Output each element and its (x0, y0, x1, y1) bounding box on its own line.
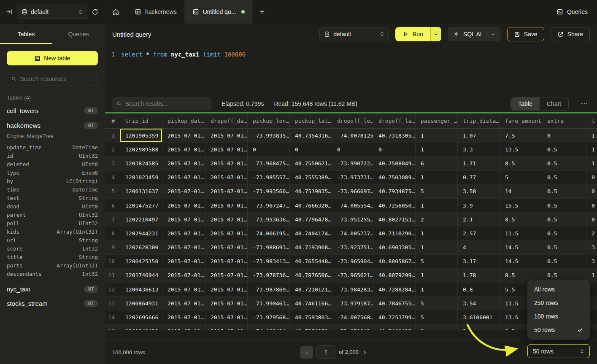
rows-option-250-rows[interactable]: 250 rows (527, 296, 590, 310)
table-cell[interactable]: -73.968475… (248, 156, 290, 170)
sidebar-tab-tables[interactable]: Tables (0, 24, 52, 44)
table-cell[interactable]: 40.7350352… (290, 325, 332, 330)
table-cell[interactable]: 40.7796478… (290, 213, 332, 226)
resource-search-input[interactable] (20, 75, 93, 82)
table-cell[interactable]: 40.7666320… (290, 199, 332, 212)
table-cell[interactable]: 0.77 (458, 171, 500, 184)
table-cell[interactable]: 5 (416, 310, 458, 324)
table-cell[interactable]: 3 (458, 325, 500, 330)
sidebar-table-cell-towers[interactable]: cell_towers MT (7, 107, 98, 114)
table-cell[interactable]: 0.8 (458, 283, 500, 296)
table-cell[interactable]: 14 (500, 185, 542, 198)
table-cell[interactable]: 40.7193908… (290, 241, 332, 254)
table-cell[interactable]: 1 (416, 171, 458, 184)
table-cell[interactable]: 2015-07-01… (205, 297, 248, 310)
table-cell[interactable]: 40.7655448… (290, 255, 332, 268)
results-more-button[interactable]: ⋯ (579, 99, 590, 108)
table-cell[interactable]: 8.5 (500, 213, 542, 226)
table-cell[interactable]: 40.7550621… (290, 156, 332, 170)
table-cell[interactable]: 2015-07-01… (162, 325, 205, 330)
table-cell[interactable]: 40.7408435… (373, 325, 416, 330)
table-cell[interactable]: 0.5 (542, 185, 586, 198)
table-cell[interactable]: 2015-07-01… (162, 129, 205, 142)
table-cell[interactable]: 40.8005867… (373, 255, 416, 268)
table-cell[interactable]: 40.7210121… (290, 283, 332, 296)
table-cell[interactable]: 40.7404174… (290, 226, 332, 240)
table-cell[interactable]: -73.985557… (248, 171, 290, 184)
table-cell[interactable]: 1.71 (458, 156, 500, 170)
column-header-row-number[interactable]: # (105, 113, 120, 128)
table-cell[interactable]: 2015-07-01… (205, 129, 248, 142)
table-cell[interactable]: 2.57 (458, 226, 500, 240)
table-cell[interactable]: 2015-07-01… (205, 283, 248, 296)
table-cell[interactable]: -74.0078125 (332, 129, 373, 142)
rows-option-50-rows[interactable]: 50 rows (527, 323, 590, 337)
table-cell[interactable]: 0.5 (542, 171, 586, 184)
table-cell[interactable]: 2015-07-01… (162, 241, 205, 254)
table-cell[interactable]: -73.953636… (248, 213, 290, 226)
sql-editor[interactable]: 1 select * from nyc_taxi limit 100000 (105, 44, 597, 95)
table-cell[interactable]: -73.987869… (248, 283, 290, 296)
view-toggle-table[interactable]: Table (511, 97, 539, 110)
table-cell[interactable]: 40.7461166… (290, 297, 332, 310)
table-cell[interactable]: 1202944231 (120, 226, 162, 240)
table-cell[interactable]: 0 (290, 143, 332, 156)
table-cell[interactable]: 5 (416, 185, 458, 198)
run-options-button[interactable] (430, 27, 441, 41)
table-cell[interactable]: -73.965904… (332, 255, 373, 268)
run-button[interactable]: Run (395, 27, 430, 41)
query-database-selector[interactable]: default (319, 27, 389, 41)
table-cell[interactable]: 1201023459 (120, 171, 162, 184)
table-cell[interactable]: 1200131637 (120, 185, 162, 198)
table-cell[interactable]: 2015-07-01… (205, 310, 248, 324)
table-cell[interactable]: 7.5 (500, 129, 542, 142)
table-cell[interactable]: 1 (416, 269, 458, 282)
table-cell[interactable]: -74.007568… (332, 310, 373, 324)
table-cell[interactable]: 14.5 (500, 255, 542, 268)
table-cell[interactable]: -73.923751… (332, 241, 373, 254)
new-table-button[interactable]: New table (7, 51, 98, 65)
table-cell[interactable]: 5 (500, 171, 542, 184)
table-cell[interactable]: -74.001434… (248, 325, 290, 330)
table-cell[interactable]: 1200842433 (120, 325, 162, 330)
table-cell[interactable]: 3.3 (458, 143, 500, 156)
table-cell[interactable]: 2015-07-01… (162, 199, 205, 212)
table-cell[interactable]: 0 (586, 171, 597, 184)
share-button[interactable]: Share (551, 27, 590, 41)
table-cell[interactable]: 0.5 (542, 143, 586, 156)
table-cell[interactable]: 15.5 (500, 199, 542, 212)
table-cell[interactable]: 0.5 (542, 241, 586, 254)
table-cell[interactable]: 2015-07-01… (162, 269, 205, 282)
table-cell[interactable]: 2015-07-01… (205, 226, 248, 240)
table-cell[interactable]: 2015-07-01… (205, 199, 248, 212)
column-header-passenger_[interactable]: passenger_… (416, 113, 458, 128)
table-cell[interactable]: 40.7555389… (290, 171, 332, 184)
table-cell[interactable]: 40.7846755… (373, 297, 416, 310)
table-cell[interactable]: 2015-07-01… (205, 255, 248, 268)
table-cell[interactable]: 0.5 (542, 226, 586, 240)
table-cell[interactable]: 2.1 (458, 213, 500, 226)
tab-untitled-query[interactable]: Untitled qu... (185, 0, 253, 24)
table-cell[interactable]: 6 (416, 156, 458, 170)
sidebar-table-stocks-stream[interactable]: stocks_stream MT (7, 300, 98, 307)
table-cell[interactable]: 0.5 (542, 199, 586, 212)
table-cell[interactable]: 0 (586, 213, 597, 226)
table-cell[interactable]: -73.979187… (332, 297, 373, 310)
table-cell[interactable]: 2015-07-01… (205, 156, 248, 170)
table-cell[interactable]: 0.5 (542, 156, 586, 170)
table-cell[interactable]: 40.7503089… (373, 171, 416, 184)
table-cell[interactable]: -74.006195… (248, 226, 290, 240)
table-cell[interactable]: 1200425150 (120, 255, 162, 268)
table-cell[interactable]: 2015-07-01… (205, 143, 248, 156)
column-header-dropoff_la[interactable]: dropoff_la… (373, 113, 416, 128)
column-header-trip_dista[interactable]: trip_dista… (458, 113, 500, 128)
sidebar-table-nyc-taxi[interactable]: nyc_taxi MT (7, 286, 98, 293)
table-cell[interactable]: 0 (373, 143, 416, 156)
table-cell[interactable]: 1201475277 (120, 199, 162, 212)
table-cell[interactable]: -73.951255… (332, 213, 373, 226)
table-cell[interactable]: 2015-07-01… (162, 185, 205, 198)
table-cell[interactable]: 2015-07-01… (162, 171, 205, 184)
table-cell[interactable]: 3.54 (458, 297, 500, 310)
queries-button[interactable]: Queries (556, 8, 588, 15)
table-cell[interactable]: 1 (586, 129, 597, 142)
